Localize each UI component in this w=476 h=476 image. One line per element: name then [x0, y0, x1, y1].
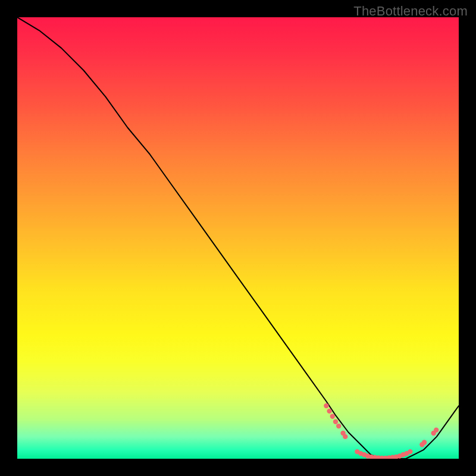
- chart-svg: [17, 17, 459, 459]
- bottleneck-curve-path: [17, 17, 459, 459]
- highlight-dot: [327, 409, 331, 414]
- highlight-dot: [422, 440, 427, 444]
- highlight-dot: [343, 434, 347, 439]
- highlight-dot: [324, 403, 328, 408]
- highlight-dot: [336, 424, 341, 428]
- highlight-dot: [434, 428, 439, 433]
- highlight-dot: [333, 419, 338, 424]
- highlight-dot: [330, 414, 335, 419]
- chart-plot-area: [17, 17, 459, 459]
- watermark-text: TheBottleneck.com: [353, 4, 468, 19]
- highlight-dot: [408, 449, 412, 454]
